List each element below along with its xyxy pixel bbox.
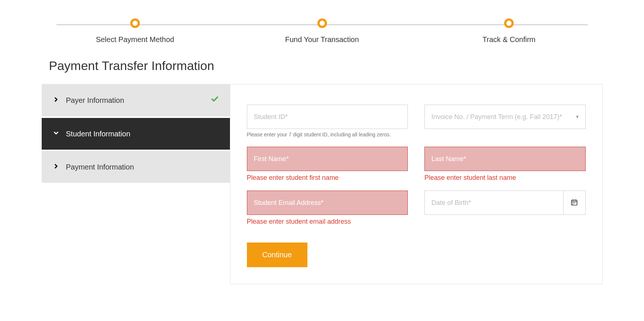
form-panel: Please enter your 7 digit student ID, in… — [230, 84, 603, 284]
student-id-hint: Please enter your 7 digit student ID, in… — [247, 131, 408, 138]
email-error: Please enter student email address — [247, 218, 408, 226]
sidebar-item-label: Payment Information — [66, 163, 219, 171]
chevron-down-icon — [53, 129, 66, 139]
field-dob — [424, 191, 586, 226]
svg-rect-6 — [572, 204, 574, 205]
sidebar-item-payment[interactable]: Payment Information — [42, 151, 230, 184]
page-title: Payment Transfer Information — [49, 59, 603, 73]
step-circle-icon — [504, 18, 514, 28]
step-label: Fund Your Transaction — [228, 35, 416, 44]
step-label: Track & Confirm — [416, 35, 603, 44]
step-circle-icon — [130, 18, 140, 28]
calendar-button[interactable] — [564, 191, 586, 215]
svg-rect-4 — [572, 203, 574, 203]
sidebar-item-label: Student Information — [66, 130, 219, 138]
step-track-confirm: Track & Confirm — [416, 18, 603, 44]
section-sidebar: Payer Information Student Information Pa… — [42, 84, 230, 284]
field-last-name: Please enter student last name — [424, 147, 586, 182]
field-student-id: Please enter your 7 digit student ID, in… — [247, 105, 408, 138]
chevron-right-icon — [53, 95, 66, 105]
sidebar-item-student[interactable]: Student Information — [42, 118, 230, 151]
first-name-error: Please enter student first name — [247, 174, 408, 182]
sidebar-item-label: Payer Information — [66, 96, 211, 105]
chevron-right-icon — [53, 162, 66, 172]
check-icon — [211, 95, 219, 105]
step-fund-transaction: Fund Your Transaction — [228, 18, 416, 44]
field-email: Please enter student email address — [247, 191, 408, 226]
svg-rect-5 — [574, 203, 575, 203]
student-id-input[interactable] — [247, 105, 408, 129]
calendar-icon — [571, 199, 578, 207]
step-select-payment: Select Payment Method — [42, 18, 229, 44]
dob-input[interactable] — [424, 191, 564, 215]
last-name-input[interactable] — [424, 147, 586, 171]
field-invoice: ▼ — [424, 105, 586, 138]
step-label: Select Payment Method — [42, 35, 229, 44]
continue-button[interactable]: Continue — [247, 243, 307, 267]
email-input[interactable] — [247, 191, 408, 215]
last-name-error: Please enter student last name — [424, 174, 586, 182]
invoice-select[interactable] — [424, 105, 586, 129]
progress-stepper: Select Payment Method Fund Your Transact… — [42, 7, 603, 44]
first-name-input[interactable] — [247, 147, 408, 171]
sidebar-item-payer[interactable]: Payer Information — [42, 84, 230, 118]
step-circle-icon — [317, 18, 327, 28]
field-first-name: Please enter student first name — [247, 147, 408, 182]
